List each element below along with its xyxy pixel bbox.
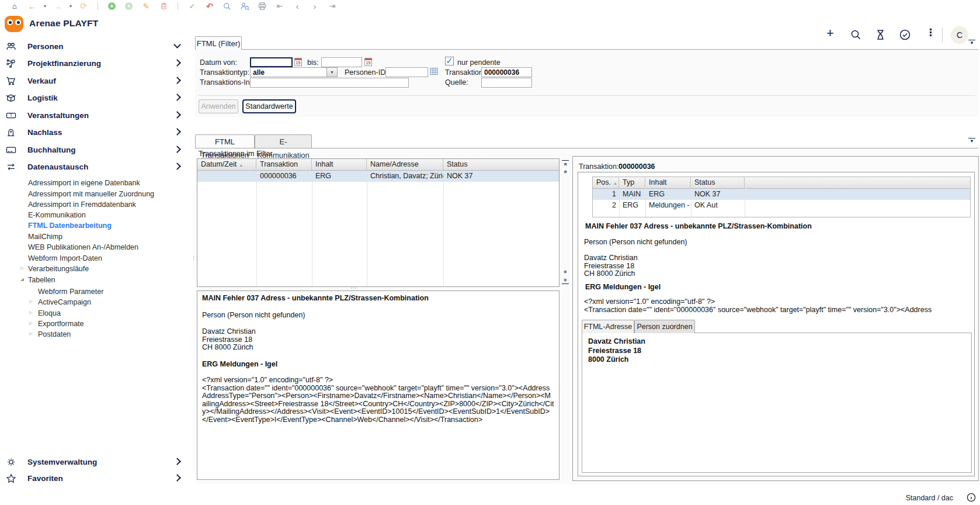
person-search-icon[interactable] — [236, 1, 253, 12]
chevron-right-icon — [173, 474, 181, 482]
tab-ftml-filter[interactable]: FTML (Filter) — [195, 36, 242, 50]
quelle-input[interactable] — [481, 78, 532, 88]
chevron-right-icon — [173, 94, 181, 101]
undo-icon[interactable]: ↶ — [201, 0, 218, 12]
info-icon[interactable] — [967, 493, 976, 502]
sidebar-item-veranstaltungen[interactable]: Veranstaltungen — [0, 107, 193, 123]
user-avatar[interactable]: C — [951, 26, 968, 44]
header-search-icon[interactable] — [850, 29, 862, 41]
collapse-panel-icon[interactable]: ▼ — [968, 138, 975, 144]
grid-line — [745, 188, 745, 217]
scroll-top-icon[interactable]: « — [562, 160, 569, 168]
anwenden-button[interactable]: Anwenden — [199, 99, 238, 113]
forward-menu-icon[interactable]: ▾ — [67, 4, 75, 9]
header-history-hourglass-icon[interactable] — [874, 29, 887, 41]
search-icon[interactable] — [218, 1, 236, 12]
nur-pendente-checkbox[interactable]: ✓ — [445, 57, 454, 65]
datum-bis-input[interactable] — [321, 57, 362, 67]
col-name-adresse[interactable]: Name/Adresse — [367, 159, 443, 170]
detail-xml-declaration: <?xml version="1.0" encoding="utf-8" ?> — [202, 376, 554, 385]
sidebar-item-personen[interactable]: Personen — [0, 38, 193, 54]
sidebar-subitem-webform-import[interactable]: Webform Import-Daten — [0, 253, 187, 264]
sidebar-item-nachlass[interactable]: Nachlass — [0, 124, 193, 140]
sidebar-subitem-mailchimp[interactable]: MailChimp — [0, 231, 187, 242]
sidebar-subitem-ftml-datenbearbeitung[interactable]: FTML Datenbearbeitung — [0, 220, 187, 231]
sidebar-subitem-adressimport-eigene[interactable]: Adressimport in eigene Datenbank — [0, 178, 187, 188]
sidebar-item-datenaustausch[interactable]: Datenaustausch — [0, 158, 193, 175]
sidebar-subitem-tabellen[interactable]: Tabellen — [0, 275, 187, 285]
tab-ftml-adresse[interactable]: FTML-Adresse — [582, 320, 634, 333]
scroll-bottom-icon[interactable]: « — [562, 276, 569, 284]
right-detail-inner-panel: Pos.▲ Typ Inhalt Status 1 MAIN ERG NOK 3… — [578, 172, 975, 476]
sidebar-item-verkauf[interactable]: Verkauf — [0, 72, 193, 89]
datum-von-label: Datum von: — [200, 58, 237, 67]
select-dropdown-icon[interactable]: ▼ — [326, 68, 337, 77]
transaction-row[interactable]: 000000036 ERG Christian, Davatz; Zürich(… — [197, 171, 559, 182]
col-inhalt[interactable]: Inhalt — [312, 159, 367, 170]
last-page-icon[interactable]: ⇥ — [324, 0, 341, 12]
calendar-icon[interactable]: 15 — [364, 58, 372, 66]
sidebar-item-favoriten[interactable]: Favoriten — [0, 470, 193, 486]
col-typ[interactable]: Typ — [619, 177, 645, 188]
forward-icon[interactable]: → — [49, 0, 67, 12]
add-secondary-icon[interactable]: + — [125, 2, 133, 10]
right-erg-header: ERG Meldungen - Igel — [585, 283, 661, 292]
first-page-icon[interactable]: ⇤ — [271, 0, 289, 12]
tab-person-zuordnen[interactable]: Person zuordnen — [634, 320, 695, 333]
page-down-icon[interactable]: « — [562, 268, 569, 275]
previous-page-icon[interactable]: ‹ — [289, 0, 306, 12]
home-icon[interactable]: ⌂ — [6, 0, 23, 12]
right-main-header: MAIN Fehler 037 Adress - unbekannte PLZ/… — [585, 223, 812, 231]
position-row[interactable]: 1 MAIN ERG NOK 37 — [593, 189, 970, 200]
edit-icon[interactable]: ✎ — [137, 0, 155, 12]
print-icon[interactable] — [253, 1, 271, 12]
standardwerte-button[interactable]: Standardwerte — [242, 99, 296, 113]
back-menu-icon[interactable]: ▾ — [41, 4, 49, 9]
sidebar-subitem-postdaten[interactable]: Postdaten — [0, 329, 187, 340]
confirm-icon[interactable]: ✓ — [183, 0, 201, 12]
sidebar-subitem-adressimport-manuell[interactable]: Adressimport mit manueller Zuordnung — [0, 189, 187, 199]
add-icon[interactable]: + — [108, 2, 116, 10]
col-status[interactable]: Status — [443, 159, 559, 170]
tab-e-kommunikation[interactable]: E-Kommunikation — [255, 134, 312, 148]
sidebar-item-logistik[interactable]: Logistik — [0, 89, 193, 106]
sidebar-item-projektfinanzierung[interactable]: Projektfinanzierung — [0, 55, 193, 71]
transaktions-inhalt-input[interactable] — [250, 78, 409, 88]
sidebar-subitem-webform-parameter[interactable]: Webform Parameter — [0, 286, 187, 297]
sort-asc-icon: ▲ — [239, 163, 243, 167]
calendar-icon[interactable]: 15 — [294, 58, 302, 66]
right-address-line: Davatz Christian — [584, 254, 638, 262]
sidebar-item-buchhaltung[interactable]: Buchhaltung — [0, 141, 193, 158]
back-icon[interactable]: ← — [23, 0, 41, 12]
statusbar: Standard / dac — [906, 494, 953, 502]
transaction-detail-panel[interactable]: MAIN Fehler 037 Adress - unbekannte PLZ/… — [197, 290, 559, 480]
next-page-icon[interactable]: › — [306, 0, 324, 12]
page-up-icon[interactable]: « — [562, 168, 569, 175]
collapse-panel-icon[interactable]: ▼ — [968, 40, 975, 46]
transaktion-input[interactable] — [481, 67, 532, 77]
transaktiontyp-select[interactable]: alle ▼ — [250, 67, 338, 77]
datum-von-input[interactable] — [250, 57, 293, 67]
personen-id-label: Personen-ID: — [345, 68, 388, 77]
header-tasks-check-icon[interactable] — [899, 29, 911, 41]
sidebar-subitem-eloqua[interactable]: Eloqua — [0, 308, 187, 319]
header-add-icon[interactable]: + — [826, 26, 834, 41]
sidebar-subitem-adressimport-fremd[interactable]: Adressimport in Fremddatenbank — [0, 199, 187, 210]
sidebar-subitem-e-kommunikation[interactable]: E-Kommunikation — [0, 210, 187, 220]
sidebar-subitem-web-publikationen[interactable]: WEB Publikationen An-/Abmelden — [0, 242, 187, 252]
table-lookup-icon[interactable] — [430, 67, 438, 75]
col-inhalt[interactable]: Inhalt — [645, 177, 691, 188]
tab-ftml-transaktionen[interactable]: FTML Transaktionen — [195, 134, 255, 148]
refresh-icon[interactable]: ⟳ — [75, 0, 92, 12]
sidebar-item-systemverwaltung[interactable]: Systemverwaltung — [0, 454, 193, 470]
col-pos[interactable]: Pos.▲ — [593, 177, 619, 188]
delete-icon[interactable] — [155, 0, 172, 12]
sidebar-subitem-activecampaign[interactable]: ActiveCampaign — [0, 297, 187, 307]
col-status[interactable]: Status — [691, 177, 745, 188]
personen-id-input[interactable] — [385, 67, 428, 77]
sidebar-subitem-verarbeitungslaeufe[interactable]: Verarbeitungsläufe — [0, 264, 187, 274]
splitter-handle-v-icon[interactable]: ⋮ — [191, 257, 193, 260]
header-kebab-menu-icon[interactable]: ⋮ — [926, 26, 936, 39]
sidebar-subitem-exportformate[interactable]: Exportformate — [0, 319, 187, 329]
position-row[interactable]: 2 ERG Meldungen - Igel OK Aut — [593, 200, 970, 211]
